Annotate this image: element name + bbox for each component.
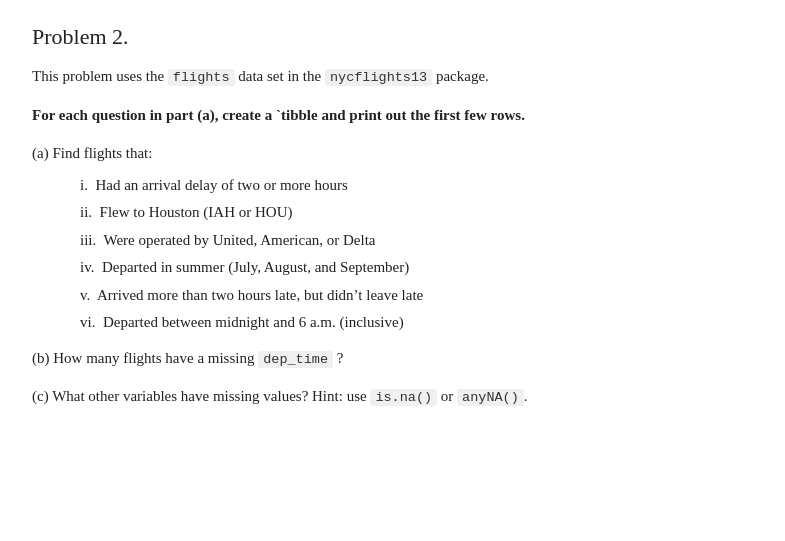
- item-iii-text: Were operated by United, American, or De…: [104, 232, 376, 248]
- package-code: nycflights13: [325, 69, 432, 86]
- any-na-code: anyNA(): [457, 389, 524, 406]
- item-ii-text: Flew to Houston (IAH or HOU): [100, 204, 293, 220]
- intro-text-before: This problem uses the: [32, 68, 168, 84]
- part-a-label: (a) Find flights that:: [32, 141, 753, 165]
- roman-iii: iii.: [80, 232, 96, 248]
- item-vi-text: Departed between midnight and 6 a.m. (in…: [103, 314, 404, 330]
- flights-code: flights: [168, 69, 235, 86]
- roman-i: i.: [80, 177, 88, 193]
- roman-vi: vi.: [80, 314, 95, 330]
- part-b-paragraph: (b) How many flights have a missing dep_…: [32, 346, 753, 371]
- roman-v: v.: [80, 287, 90, 303]
- item-i-text: Had an arrival delay of two or more hour…: [95, 177, 347, 193]
- dep-time-code: dep_time: [258, 351, 333, 368]
- part-b-text-before: (b) How many flights have a missing: [32, 350, 258, 366]
- list-item: iv. Departed in summer (July, August, an…: [80, 255, 753, 281]
- list-item: vi. Departed between midnight and 6 a.m.…: [80, 310, 753, 336]
- roman-ii: ii.: [80, 204, 92, 220]
- intro-paragraph: This problem uses the flights data set i…: [32, 64, 753, 89]
- item-iv-text: Departed in summer (July, August, and Se…: [102, 259, 409, 275]
- part-c-text-after: .: [524, 388, 528, 404]
- sub-item-list: i. Had an arrival delay of two or more h…: [80, 173, 753, 336]
- list-item: ii. Flew to Houston (IAH or HOU): [80, 200, 753, 226]
- part-c-paragraph: (c) What other variables have missing va…: [32, 384, 753, 409]
- part-c-text-middle: or: [437, 388, 457, 404]
- list-item: iii. Were operated by United, American, …: [80, 228, 753, 254]
- roman-iv: iv.: [80, 259, 94, 275]
- intro-text-middle: data set in the: [235, 68, 325, 84]
- problem-title: Problem 2.: [32, 24, 753, 50]
- intro-text-after: package.: [432, 68, 489, 84]
- list-item: i. Had an arrival delay of two or more h…: [80, 173, 753, 199]
- list-item: v. Arrived more than two hours late, but…: [80, 283, 753, 309]
- item-v-text: Arrived more than two hours late, but di…: [97, 287, 423, 303]
- is-na-code: is.na(): [370, 389, 437, 406]
- bold-instruction: For each question in part (a), create a …: [32, 103, 753, 127]
- part-b-text-after: ?: [333, 350, 343, 366]
- part-c-text-before: (c) What other variables have missing va…: [32, 388, 370, 404]
